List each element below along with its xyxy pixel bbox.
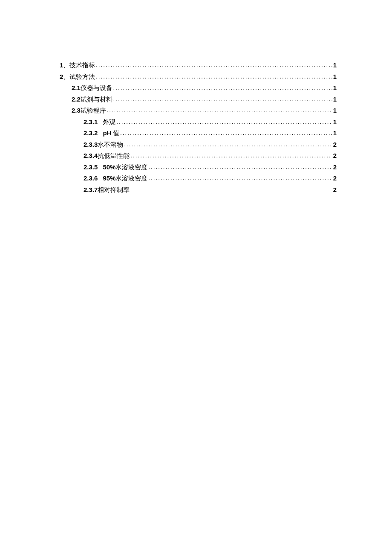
toc-entry-page: 2 — [333, 175, 337, 181]
toc-entry: 1、技术指标..................................… — [60, 62, 337, 69]
toc-entry-title: 50%水溶液密度 — [103, 164, 147, 171]
toc-entry-title-prefix: 95% — [103, 174, 115, 182]
toc-entry-page: 1 — [333, 73, 337, 80]
toc-leader-dots: ........................................… — [148, 164, 332, 170]
toc-entry-title-text: 相对抑制率 — [98, 186, 130, 193]
toc-leader-dots: ........................................… — [120, 130, 332, 136]
toc-leader-dots: ........................................… — [148, 175, 332, 181]
toc-entry-page: 1 — [333, 84, 337, 91]
toc-entry-number: 2.3 — [72, 107, 81, 113]
toc-entry-page: 2 — [333, 164, 337, 170]
toc-entry-number: 2.2 — [72, 96, 81, 102]
toc-entry-title: 试验程序 — [81, 108, 106, 114]
toc-entry-title-prefix: 50% — [103, 163, 115, 171]
toc-entry-title-text: 试验方法 — [69, 73, 95, 80]
toc-leader-dots: ........................................… — [116, 119, 332, 125]
toc-entry-title-text: 试验程序 — [81, 107, 106, 114]
toc-entry-number: 2.1 — [72, 84, 81, 91]
toc-entry-title: 相对抑制率 — [98, 187, 130, 193]
toc-entry-title: 95%水溶液密度 — [103, 175, 147, 182]
toc-entry-page: 2 — [333, 141, 337, 148]
toc-entry-title-text: 水不溶物 — [98, 141, 123, 148]
toc-entry: 2.2 试剂与材料...............................… — [60, 96, 337, 103]
toc-entry-page: 1 — [333, 130, 337, 136]
toc-entry-number: 2.3.1 — [84, 119, 98, 125]
toc-leader-dots: ........................................… — [124, 142, 332, 147]
toc-entry: 2、试验方法..................................… — [60, 73, 337, 80]
toc-leader-dots: ........................................… — [96, 74, 332, 79]
toc-entry-separator: 、 — [63, 62, 69, 69]
document-page: 1、技术指标..................................… — [0, 0, 392, 193]
toc-entry-number: 2.3.3 — [84, 141, 98, 148]
toc-entry-separator: 、 — [63, 74, 69, 80]
toc-entry-title-text: 抗低温性能 — [98, 152, 130, 159]
toc-entry: 2.1 仪器与设备...............................… — [60, 84, 337, 91]
toc-leader-dots: ........................................… — [130, 153, 332, 158]
toc-entry-title: 抗低温性能 — [98, 153, 130, 159]
toc-entry: 2.3.2pH 值...............................… — [60, 130, 337, 137]
toc-entry-page: 2 — [333, 152, 337, 159]
toc-entry-page: 2 — [333, 186, 337, 193]
toc-entry-number: 1 — [60, 62, 63, 68]
toc-entry-page: 1 — [333, 119, 337, 125]
toc-entry-page: 1 — [333, 107, 337, 113]
toc-leader-dots: ........................................… — [113, 96, 332, 102]
toc-entry-page: 1 — [333, 62, 337, 68]
toc-entry: 2.3.695%水溶液密度...........................… — [60, 175, 337, 182]
toc-entry: 2.3.4 抗低温性能.............................… — [60, 152, 337, 159]
toc-entry-title-text: 试剂与材料 — [81, 96, 112, 103]
toc-entry-title: 试验方法 — [69, 74, 95, 80]
toc-entry-title-text: 水溶液密度 — [115, 175, 147, 182]
toc-entry-title-text: 外观 — [103, 119, 115, 125]
table-of-contents: 1、技术指标..................................… — [60, 62, 337, 193]
toc-entry-number: 2.3.4 — [84, 152, 98, 159]
toc-leader-dots: ........................................… — [96, 62, 332, 68]
toc-entry: 2.3.7 相对抑制率2 — [60, 186, 337, 193]
toc-entry-title-text: 仪器与设备 — [81, 84, 112, 91]
toc-entry-title-prefix: pH — [103, 129, 111, 137]
toc-entry-title-text: 值 — [111, 130, 119, 137]
toc-entry-title-text: 技术指标 — [69, 62, 95, 69]
toc-entry-title: 试剂与材料 — [81, 96, 112, 103]
toc-entry-number: 2.3.2 — [84, 130, 98, 136]
toc-entry-number: 2.3.5 — [84, 164, 98, 170]
toc-entry-page: 1 — [333, 96, 337, 102]
toc-entry-number: 2.3.7 — [84, 186, 98, 193]
toc-entry-title: 仪器与设备 — [81, 85, 112, 91]
toc-entry-title: 技术指标 — [69, 62, 95, 69]
toc-leader-dots: ........................................… — [113, 85, 332, 90]
toc-entry-title: 外观 — [103, 119, 115, 125]
toc-entry: 2.3.550%水溶液密度...........................… — [60, 164, 337, 171]
toc-entry-title: 水不溶物 — [98, 142, 123, 148]
toc-entry: 2.3.1外观.................................… — [60, 119, 337, 125]
toc-entry: 2.3.3 水不溶物..............................… — [60, 141, 337, 148]
toc-leader-dots: ........................................… — [107, 108, 332, 113]
toc-entry-title-text: 水溶液密度 — [115, 164, 147, 171]
toc-entry-number: 2.3.6 — [84, 175, 98, 181]
toc-entry-title: pH 值 — [103, 130, 119, 137]
toc-entry: 2.3 试验程序................................… — [60, 107, 337, 114]
toc-entry-number: 2 — [60, 73, 63, 80]
